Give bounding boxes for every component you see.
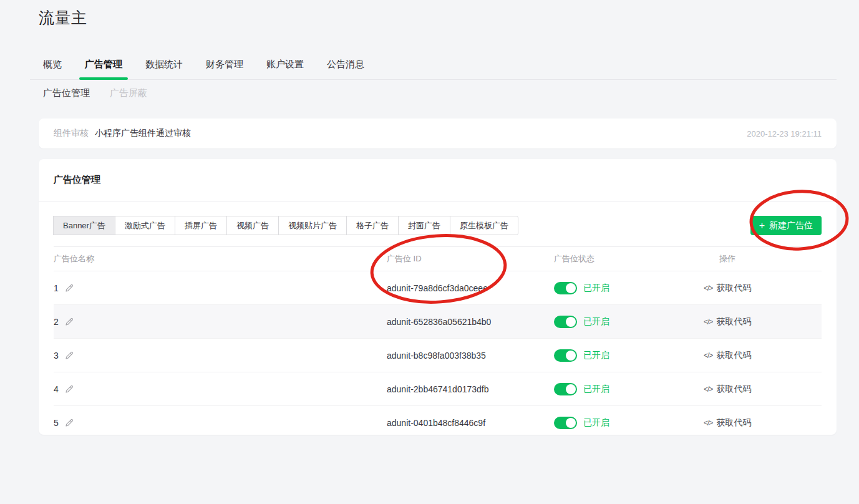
ad-type-tab-group: Banner广告 激励式广告 插屏广告 视频广告 视频贴片广告 格子广告 封面广… bbox=[54, 216, 518, 235]
ad-slot-status-cell: 已开启 bbox=[554, 383, 704, 395]
secondary-tab-bar: 广告位管理 广告屏蔽 bbox=[43, 87, 147, 99]
status-label: 已开启 bbox=[583, 283, 609, 294]
status-label: 已开启 bbox=[583, 350, 609, 361]
column-header-action: 操作 bbox=[704, 253, 822, 264]
status-label: 已开启 bbox=[583, 384, 609, 395]
ad-slot-id: adunit-652836a05621b4b0 bbox=[387, 317, 554, 327]
ad-slot-name: 4 bbox=[54, 384, 59, 394]
get-code-link[interactable]: </> 获取代码 bbox=[704, 283, 822, 294]
ad-slot-status-cell: 已开启 bbox=[554, 417, 704, 429]
table-row: 1 adunit-79a8d6cf3da0ceee 已开启 bbox=[54, 271, 822, 305]
ad-slot-name-cell: 5 bbox=[54, 418, 387, 428]
notice-timestamp: 2020-12-23 19:21:11 bbox=[747, 129, 822, 138]
primary-tab[interactable]: 财务管理 bbox=[206, 59, 243, 79]
ad-slot-id: adunit-79a8d6cf3da0ceee bbox=[387, 283, 554, 293]
edit-pencil-icon[interactable] bbox=[64, 351, 74, 361]
table-body: 1 adunit-79a8d6cf3da0ceee 已开启 bbox=[54, 271, 822, 440]
edit-pencil-icon[interactable] bbox=[64, 418, 74, 428]
edit-pencil-icon[interactable] bbox=[64, 283, 74, 293]
ad-slot-name-cell: 3 bbox=[54, 351, 387, 361]
get-code-link[interactable]: </> 获取代码 bbox=[704, 350, 822, 361]
code-brackets-icon: </> bbox=[704, 385, 712, 394]
ad-type-tab[interactable]: 插屏广告 bbox=[175, 216, 227, 235]
primary-tab[interactable]: 账户设置 bbox=[266, 59, 304, 79]
status-toggle-on[interactable] bbox=[554, 417, 577, 429]
ad-slot-management-panel: 广告位管理 Banner广告 激励式广告 插屏广告 视频广告 视频贴片广告 格子… bbox=[39, 159, 837, 435]
ad-slot-name-cell: 2 bbox=[54, 317, 387, 327]
get-code-label: 获取代码 bbox=[716, 417, 751, 429]
ad-slot-table: 广告位名称 广告位 ID 广告位状态 操作 1 bbox=[54, 246, 822, 440]
column-header-id: 广告位 ID bbox=[387, 253, 554, 264]
table-header-row: 广告位名称 广告位 ID 广告位状态 操作 bbox=[54, 247, 822, 271]
edit-pencil-icon[interactable] bbox=[64, 317, 74, 327]
ad-type-tab[interactable]: 激励式广告 bbox=[115, 216, 175, 235]
ad-slot-name-cell: 1 bbox=[54, 283, 387, 293]
code-brackets-icon: </> bbox=[704, 351, 712, 360]
primary-tab[interactable]: 数据统计 bbox=[145, 59, 183, 79]
ad-type-tab[interactable]: 视频贴片广告 bbox=[278, 216, 347, 235]
ad-slot-status-cell: 已开启 bbox=[554, 349, 704, 362]
new-ad-slot-button-label: 新建广告位 bbox=[769, 220, 813, 231]
plus-icon: + bbox=[759, 221, 765, 231]
column-header-name: 广告位名称 bbox=[54, 253, 387, 264]
status-toggle-on[interactable] bbox=[554, 383, 577, 395]
code-brackets-icon: </> bbox=[704, 284, 712, 293]
primary-tab[interactable]: 概览 bbox=[43, 59, 62, 79]
ad-type-tab[interactable]: 原生模板广告 bbox=[450, 216, 518, 235]
secondary-tab[interactable]: 广告屏蔽 bbox=[110, 87, 147, 99]
ad-slot-status-cell: 已开启 bbox=[554, 316, 704, 328]
ad-slot-name: 2 bbox=[54, 317, 59, 327]
ad-slot-name: 5 bbox=[54, 418, 59, 428]
ad-slot-id: adunit-b8c98fa003f38b35 bbox=[387, 351, 554, 361]
panel-toolbar: Banner广告 激励式广告 插屏广告 视频广告 视频贴片广告 格子广告 封面广… bbox=[54, 216, 822, 235]
ad-type-tab[interactable]: Banner广告 bbox=[53, 216, 115, 235]
get-code-link[interactable]: </> 获取代码 bbox=[704, 417, 822, 429]
get-code-link[interactable]: </> 获取代码 bbox=[704, 384, 822, 395]
ad-slot-name-cell: 4 bbox=[54, 384, 387, 394]
ad-type-tab[interactable]: 格子广告 bbox=[346, 216, 399, 235]
primary-tab[interactable]: 广告管理 bbox=[85, 59, 122, 79]
status-toggle-on[interactable] bbox=[554, 282, 577, 294]
notice-tag: 组件审核 bbox=[54, 128, 89, 139]
component-review-notice[interactable]: 组件审核 小程序广告组件通过审核 2020-12-23 19:21:11 bbox=[39, 119, 837, 148]
table-row: 4 adunit-2bb46741d0173dfb 已开启 bbox=[54, 372, 822, 406]
table-row: 2 adunit-652836a05621b4b0 已开启 bbox=[54, 305, 822, 339]
table-row: 5 adunit-0401b48cf8446c9f 已开启 bbox=[54, 406, 822, 440]
table-row: 3 adunit-b8c98fa003f38b35 已开启 bbox=[54, 339, 822, 372]
ad-slot-id: adunit-0401b48cf8446c9f bbox=[387, 418, 554, 428]
status-label: 已开启 bbox=[583, 316, 609, 327]
get-code-label: 获取代码 bbox=[716, 316, 751, 327]
edit-pencil-icon[interactable] bbox=[64, 384, 74, 394]
primary-tab[interactable]: 公告消息 bbox=[327, 59, 364, 79]
status-label: 已开启 bbox=[583, 417, 609, 429]
panel-title: 广告位管理 bbox=[54, 174, 100, 186]
page-title: 流量主 bbox=[39, 7, 87, 28]
ad-slot-id: adunit-2bb46741d0173dfb bbox=[387, 384, 554, 394]
get-code-link[interactable]: </> 获取代码 bbox=[704, 316, 822, 327]
ad-slot-name: 3 bbox=[54, 351, 59, 361]
code-brackets-icon: </> bbox=[704, 317, 712, 326]
ad-slot-status-cell: 已开启 bbox=[554, 282, 704, 294]
get-code-label: 获取代码 bbox=[716, 350, 751, 361]
code-brackets-icon: </> bbox=[704, 419, 712, 427]
get-code-label: 获取代码 bbox=[716, 283, 751, 294]
new-ad-slot-button[interactable]: + 新建广告位 bbox=[750, 216, 822, 235]
notice-text: 小程序广告组件通过审核 bbox=[95, 128, 191, 139]
ad-type-tab[interactable]: 视频广告 bbox=[226, 216, 279, 235]
status-toggle-on[interactable] bbox=[554, 349, 577, 362]
secondary-tab[interactable]: 广告位管理 bbox=[43, 87, 90, 99]
primary-tab-bar: 概览 广告管理 数据统计 财务管理 账户设置 公告消息 bbox=[30, 59, 837, 80]
panel-header: 广告位管理 bbox=[39, 159, 837, 201]
column-header-status: 广告位状态 bbox=[554, 253, 704, 264]
ad-type-tab[interactable]: 封面广告 bbox=[398, 216, 450, 235]
ad-slot-name: 1 bbox=[54, 283, 59, 293]
get-code-label: 获取代码 bbox=[716, 384, 751, 395]
status-toggle-on[interactable] bbox=[554, 316, 577, 328]
